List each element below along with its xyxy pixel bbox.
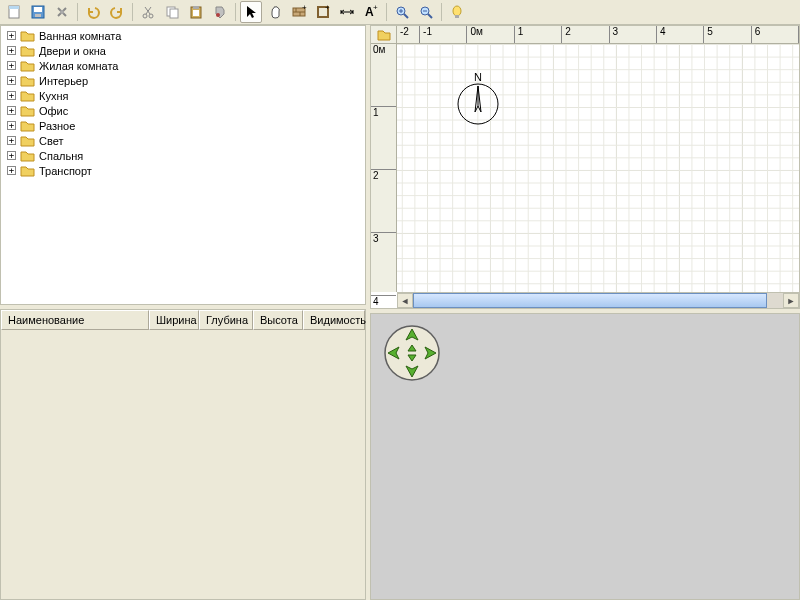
tree-item[interactable]: +Свет: [1, 133, 365, 148]
settings-button[interactable]: [51, 1, 73, 23]
undo-button[interactable]: [82, 1, 104, 23]
expand-icon[interactable]: +: [7, 61, 16, 70]
expand-icon[interactable]: +: [7, 76, 16, 85]
expand-icon[interactable]: +: [7, 151, 16, 160]
expand-icon[interactable]: +: [7, 166, 16, 175]
ruler-tick: 4: [657, 26, 704, 43]
scroll-thumb[interactable]: [413, 293, 767, 308]
cut-button[interactable]: [137, 1, 159, 23]
right-column: -2-10м123456 0м1234 N ◄ ►: [370, 25, 800, 600]
add-wall-button[interactable]: +: [288, 1, 310, 23]
tree-item[interactable]: +Офис: [1, 103, 365, 118]
toolbar-separator: [386, 3, 387, 21]
tree-item[interactable]: +Спальня: [1, 148, 365, 163]
tree-item-label: Свет: [39, 135, 63, 147]
add-room-button[interactable]: +: [312, 1, 334, 23]
svg-point-17: [216, 13, 220, 17]
zoom-out-button[interactable]: [415, 1, 437, 23]
redo-button[interactable]: [106, 1, 128, 23]
properties-table: НаименованиеШиринаГлубинаВысотаВидимость: [0, 309, 366, 600]
compass-label: N: [474, 72, 482, 83]
paste-button[interactable]: [185, 1, 207, 23]
paint-button[interactable]: [209, 1, 231, 23]
dimension-button[interactable]: [336, 1, 358, 23]
new-button[interactable]: [3, 1, 25, 23]
column-header[interactable]: Видимость: [303, 310, 365, 330]
main-toolbar: + + A+: [0, 0, 800, 25]
tree-item[interactable]: +Интерьер: [1, 73, 365, 88]
svg-text:+: +: [325, 4, 330, 12]
scroll-track[interactable]: [413, 293, 783, 308]
catalog-tree[interactable]: +Ванная комната+Двери и окна+Жилая комна…: [0, 25, 366, 305]
expand-icon[interactable]: +: [7, 136, 16, 145]
ruler-tick: 0м: [467, 26, 514, 43]
ruler-tick: 5: [704, 26, 751, 43]
folder-icon: [20, 105, 35, 117]
compass-icon: N: [453, 72, 503, 122]
ruler-tick: 1: [515, 26, 562, 43]
expand-icon[interactable]: +: [7, 46, 16, 55]
tree-item[interactable]: +Разное: [1, 118, 365, 133]
column-header[interactable]: Ширина: [149, 310, 199, 330]
tree-item-label: Транспорт: [39, 165, 92, 177]
horizontal-ruler: -2-10м123456: [397, 26, 799, 44]
tree-item-label: Жилая комната: [39, 60, 118, 72]
hint-button[interactable]: [446, 1, 468, 23]
tree-item[interactable]: +Ванная комната: [1, 28, 365, 43]
pan-button[interactable]: [264, 1, 286, 23]
tree-item[interactable]: +Жилая комната: [1, 58, 365, 73]
save-button[interactable]: [27, 1, 49, 23]
plan-canvas[interactable]: -2-10м123456 0м1234 N ◄ ►: [370, 25, 800, 309]
svg-text:+: +: [373, 4, 378, 12]
scroll-left-button[interactable]: ◄: [397, 293, 413, 308]
folder-icon: [20, 150, 35, 162]
tree-item-label: Интерьер: [39, 75, 88, 87]
svg-point-9: [149, 14, 153, 18]
folder-icon: [20, 120, 35, 132]
tree-item-label: Кухня: [39, 90, 68, 102]
svg-line-10: [146, 7, 151, 14]
folder-icon: [20, 135, 35, 147]
folder-icon: [20, 90, 35, 102]
ruler-tick: 1: [371, 107, 396, 170]
expand-icon[interactable]: +: [7, 31, 16, 40]
nav-disc[interactable]: [383, 324, 441, 384]
tree-item-label: Офис: [39, 105, 68, 117]
zoom-in-button[interactable]: [391, 1, 413, 23]
folder-icon: [20, 45, 35, 57]
scroll-right-button[interactable]: ►: [783, 293, 799, 308]
tree-item[interactable]: +Двери и окна: [1, 43, 365, 58]
pointer-button[interactable]: [240, 1, 262, 23]
expand-icon[interactable]: +: [7, 91, 16, 100]
copy-button[interactable]: [161, 1, 183, 23]
svg-point-7: [60, 10, 64, 14]
expand-icon[interactable]: +: [7, 106, 16, 115]
svg-rect-15: [193, 6, 199, 9]
svg-rect-1: [9, 6, 19, 9]
table-header: НаименованиеШиринаГлубинаВысотаВидимость: [1, 310, 365, 330]
folder-icon: [20, 30, 35, 42]
ruler-tick: 3: [610, 26, 657, 43]
ruler-tick: 6: [752, 26, 799, 43]
svg-rect-36: [455, 15, 459, 18]
column-header[interactable]: Высота: [253, 310, 303, 330]
ruler-tick: 3: [371, 233, 396, 296]
svg-line-33: [428, 14, 432, 18]
vertical-ruler: 0м1234: [371, 44, 397, 292]
svg-point-35: [453, 6, 461, 16]
svg-text:+: +: [302, 4, 307, 12]
horizontal-scrollbar[interactable]: ◄ ►: [397, 292, 799, 308]
expand-icon[interactable]: +: [7, 121, 16, 130]
toolbar-separator: [77, 3, 78, 21]
tree-item[interactable]: +Транспорт: [1, 163, 365, 178]
left-column: +Ванная комната+Двери и окна+Жилая комна…: [0, 25, 370, 600]
add-text-button[interactable]: A+: [360, 1, 382, 23]
svg-line-11: [145, 7, 150, 14]
3d-view[interactable]: [370, 313, 800, 600]
grid[interactable]: N: [397, 44, 799, 292]
column-header[interactable]: Наименование: [1, 310, 149, 330]
ruler-corner: [371, 26, 397, 44]
column-header[interactable]: Глубина: [199, 310, 253, 330]
tree-item[interactable]: +Кухня: [1, 88, 365, 103]
ruler-tick: 4: [371, 296, 396, 309]
